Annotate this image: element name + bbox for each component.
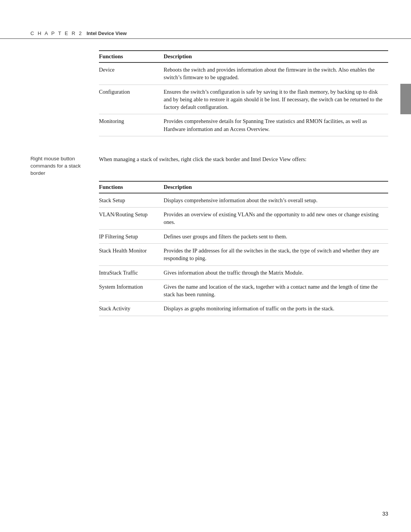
table2-function-cell: IP Filtering Setup (99, 229, 164, 243)
table1-function-cell: Device (99, 62, 164, 85)
table2-description-cell: Gives the name and location of the stack… (164, 280, 388, 302)
table1-function-cell: Configuration (99, 85, 164, 114)
chapter-label: C H A P T E R 2 (30, 30, 83, 36)
table2: Functions Description Stack SetupDisplay… (99, 181, 388, 316)
chapter-header: C H A P T E R 2 Intel Device View (0, 30, 411, 39)
table-row: Stack ActivityDisplays as graphs monitor… (99, 302, 388, 316)
table-row: Stack SetupDisplays comprehensive inform… (99, 193, 388, 208)
table-row: VLAN/Routing SetupProvides an overview o… (99, 208, 388, 230)
side-note-section: Right mouse button commands for a stack … (30, 155, 388, 177)
side-note-label: Right mouse button commands for a stack … (30, 155, 99, 177)
intro-paragraph: When managing a stack of switches, right… (99, 155, 388, 164)
table1: Functions Description DeviceReboots the … (99, 50, 388, 136)
table1-function-cell: Monitoring (99, 114, 164, 136)
table1-description-cell: Provides comprehensive details for Spann… (164, 114, 388, 136)
sidebar-tab (400, 84, 411, 114)
table2-col1-header: Functions (99, 181, 164, 193)
table2-function-cell: Stack Setup (99, 193, 164, 208)
table2-function-cell: IntraStack Traffic (99, 265, 164, 280)
table1-description-cell: Reboots the switch and provides informat… (164, 62, 388, 85)
table-row: DeviceReboots the switch and provides in… (99, 62, 388, 85)
table1-section: Functions Description DeviceReboots the … (30, 50, 388, 148)
table-row: IntraStack TrafficGives information abou… (99, 265, 388, 280)
table-row: Stack Health MonitorProvides the IP addr… (99, 243, 388, 265)
main-content: Functions Description DeviceReboots the … (0, 50, 411, 328)
table2-section: Functions Description Stack SetupDisplay… (30, 181, 388, 328)
table1-col2-header: Description (164, 51, 388, 62)
table2-content: Functions Description Stack SetupDisplay… (99, 181, 388, 328)
table2-description-cell: Displays as graphs monitoring informatio… (164, 302, 388, 316)
table2-description-cell: Defines user groups and filters the pack… (164, 229, 388, 243)
table-row: ConfigurationEnsures the switch’s config… (99, 85, 388, 114)
table2-col2-header: Description (164, 181, 388, 193)
table2-description-cell: Gives information about the traffic thro… (164, 265, 388, 280)
table1-col1-header: Functions (99, 51, 164, 62)
table2-function-cell: Stack Health Monitor (99, 243, 164, 265)
table1-content: Functions Description DeviceReboots the … (99, 50, 388, 148)
table-row: MonitoringProvides comprehensive details… (99, 114, 388, 136)
table2-description-cell: Provides an overview of existing VLANs a… (164, 208, 388, 230)
table2-function-cell: Stack Activity (99, 302, 164, 316)
chapter-title: Intel Device View (87, 30, 127, 36)
page-container: C H A P T E R 2 Intel Device View Functi… (0, 0, 411, 532)
page-number: 33 (382, 511, 388, 517)
table2-description-cell: Displays comprehensive information about… (164, 193, 388, 208)
table2-function-cell: VLAN/Routing Setup (99, 208, 164, 230)
table-row: System InformationGives the name and loc… (99, 280, 388, 302)
table2-description-cell: Provides the IP addresses for all the sw… (164, 243, 388, 265)
table2-function-cell: System Information (99, 280, 164, 302)
table-row: IP Filtering SetupDefines user groups an… (99, 229, 388, 243)
table1-description-cell: Ensures the switch’s configuration is sa… (164, 85, 388, 114)
